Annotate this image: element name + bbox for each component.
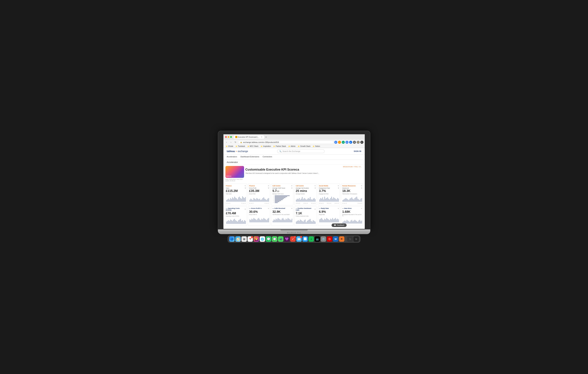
svg-rect-12 bbox=[238, 197, 239, 202]
svg-rect-151 bbox=[264, 219, 265, 223]
menu-icon[interactable]: ≡ bbox=[268, 185, 269, 187]
ext-icon-2[interactable]: ! bbox=[338, 141, 341, 144]
bookmark-gsuite[interactable]: 📁 GSuite bbox=[225, 145, 234, 147]
metric-menu[interactable]: ≡ bbox=[315, 187, 316, 189]
bookmark-mcc[interactable]: 📁 MCC Stack bbox=[246, 145, 260, 147]
bookmark-toolstack[interactable]: 📁 Toolstack bbox=[235, 145, 246, 147]
dock-screen1[interactable]: ⬛ bbox=[347, 236, 353, 242]
kpi-value-newhires: 1.68K bbox=[342, 210, 362, 214]
tab-dashboard-extensions[interactable]: Dashboard Extensions bbox=[241, 156, 259, 159]
dock-tv[interactable]: 📺 bbox=[315, 236, 320, 242]
svg-rect-220 bbox=[347, 220, 347, 224]
search-bar[interactable]: 🔍 Search the Exchange bbox=[277, 149, 325, 153]
forward-button[interactable]: › bbox=[229, 140, 233, 144]
macbook-label: MacBook Pro bbox=[287, 232, 301, 234]
svg-rect-196 bbox=[319, 219, 320, 223]
feedback-button[interactable]: 💬 Feedback bbox=[332, 224, 347, 227]
dock-screen2[interactable]: ⬛ bbox=[353, 236, 359, 242]
active-tab[interactable]: Executive KPI Scorecard | Tabl... ✕ bbox=[234, 135, 264, 139]
svg-rect-223 bbox=[349, 222, 350, 224]
svg-rect-139 bbox=[252, 219, 253, 223]
dock-office[interactable]: W bbox=[333, 236, 338, 242]
menu-icon[interactable]: ≡ bbox=[245, 208, 246, 210]
bookmark-growth[interactable]: 📁 Growth Stack bbox=[297, 145, 311, 147]
dock-spotify[interactable]: ♪ bbox=[308, 236, 314, 242]
menu-icon[interactable]: ≡ bbox=[361, 185, 362, 187]
kpi-value-headcount: 18.3K bbox=[342, 189, 362, 193]
svg-rect-219 bbox=[346, 221, 346, 224]
dashboard-grid: Finance ≡ Sales ≡ £115.2M Total Sales bbox=[223, 183, 365, 227]
dock-facetime[interactable]: 📹 bbox=[278, 236, 284, 242]
dock-antivirus[interactable]: 🔴 bbox=[327, 236, 332, 242]
dock-safari[interactable]: 🧭 bbox=[235, 236, 241, 242]
svg-rect-71 bbox=[311, 199, 312, 202]
menu-icon[interactable]: ≡ bbox=[315, 185, 316, 187]
menu-icon[interactable]: ≡ bbox=[268, 207, 269, 209]
sign-in-button[interactable]: SIGN IN bbox=[354, 150, 361, 152]
dock-messages[interactable]: 💬 bbox=[272, 236, 277, 242]
back-button[interactable]: ‹ bbox=[225, 140, 229, 144]
svg-rect-123 bbox=[233, 220, 234, 224]
metric-menu[interactable]: ≡ bbox=[361, 187, 362, 189]
ext-icon-4[interactable]: G bbox=[346, 141, 348, 144]
svg-rect-3 bbox=[229, 200, 230, 202]
bookmark-partner[interactable]: 📁 Partner Stack bbox=[272, 145, 287, 147]
ext-icon-3[interactable]: U bbox=[342, 141, 345, 144]
maximize-button[interactable] bbox=[230, 136, 232, 138]
metric-menu[interactable]: ≡ bbox=[268, 187, 269, 189]
svg-rect-49 bbox=[275, 199, 283, 200]
svg-rect-103 bbox=[349, 199, 350, 202]
minimize-button[interactable] bbox=[228, 136, 229, 138]
bookmark-label: Admin bbox=[291, 145, 295, 147]
reload-button[interactable]: ↻ bbox=[234, 140, 237, 144]
metric-menu[interactable]: ≡ bbox=[245, 187, 246, 189]
svg-rect-235 bbox=[362, 221, 362, 224]
kpi-sublabel-gpp: Gross Profit % bbox=[249, 214, 269, 215]
ext-icon-5[interactable]: g bbox=[349, 141, 352, 144]
menu-icon[interactable]: ≡ bbox=[361, 207, 362, 209]
dock-photos[interactable]: 🌄 bbox=[253, 236, 259, 242]
dock-launchpad[interactable]: ⊞ bbox=[241, 236, 247, 242]
ext-icon-1[interactable]: G bbox=[334, 141, 337, 144]
ext-icon-6[interactable]: ★ bbox=[353, 141, 356, 144]
bookmark-inspiration[interactable]: 📁 Inspiration bbox=[260, 145, 272, 147]
tab-close-icon[interactable]: ✕ bbox=[261, 136, 262, 138]
address-bar[interactable]: 🔒 exchange.tableau.com/en-GB/products/81… bbox=[238, 140, 334, 144]
product-info: Data | Refreshed: June 2022 Latest: 25-0… bbox=[225, 179, 243, 182]
menu-icon[interactable]: ≡ bbox=[245, 185, 246, 187]
bookmark-notion[interactable]: 📁 Notion bbox=[312, 145, 321, 147]
dock-preview[interactable]: 👁 bbox=[339, 236, 345, 242]
menu-icon[interactable]: ≡ bbox=[315, 208, 316, 210]
menu-icon[interactable]: ≡ bbox=[338, 185, 339, 187]
metric-menu[interactable]: ≡ bbox=[338, 187, 339, 189]
svg-rect-74 bbox=[314, 198, 315, 202]
product-description: This Exec KPI Scorecard is designed to b… bbox=[245, 172, 363, 174]
section-text: Finance bbox=[249, 185, 255, 187]
new-tab-button[interactable]: + bbox=[264, 135, 268, 139]
svg-rect-137 bbox=[251, 220, 251, 223]
bookmark-admin[interactable]: 📁 Admin bbox=[287, 145, 296, 147]
svg-rect-217 bbox=[344, 221, 344, 224]
dock-slack[interactable]: 💜 bbox=[284, 236, 290, 242]
metric-text: Headcount bbox=[342, 187, 349, 189]
dock-whatsapp[interactable]: 💬 bbox=[266, 236, 271, 242]
menu-icon[interactable]: ≡ bbox=[291, 207, 292, 209]
dock-settings[interactable]: ⚙️ bbox=[321, 236, 326, 242]
menu-icon[interactable]: ≡ bbox=[291, 185, 292, 187]
svg-rect-132 bbox=[242, 220, 243, 224]
dock-mail[interactable]: ✉️ 6 bbox=[296, 236, 302, 242]
dock-chrome[interactable]: 🌐 bbox=[260, 236, 265, 242]
dock-appstore[interactable]: 🅰 bbox=[302, 236, 308, 242]
ext-icon-8[interactable]: ☰ bbox=[360, 141, 363, 144]
dock-finder[interactable]: 🔵 bbox=[229, 236, 235, 242]
tab-accelerators[interactable]: Accelerators bbox=[227, 156, 237, 159]
menu-icon[interactable]: ≡ bbox=[338, 207, 339, 209]
tab-connectors[interactable]: Connectors bbox=[262, 156, 272, 159]
close-button[interactable] bbox=[225, 136, 227, 138]
metric-menu[interactable]: ≡ bbox=[292, 187, 292, 189]
browser-nav: ‹ › ↻ 🔒 exchange.tableau.com/en-GB/produ… bbox=[223, 140, 365, 145]
ext-icon-7[interactable]: ⚡ bbox=[357, 141, 360, 144]
svg-rect-204 bbox=[327, 219, 328, 223]
dock-calendar[interactable]: 📅 3 bbox=[247, 236, 253, 242]
dock-todoist[interactable]: ✓ 1 bbox=[290, 236, 296, 242]
